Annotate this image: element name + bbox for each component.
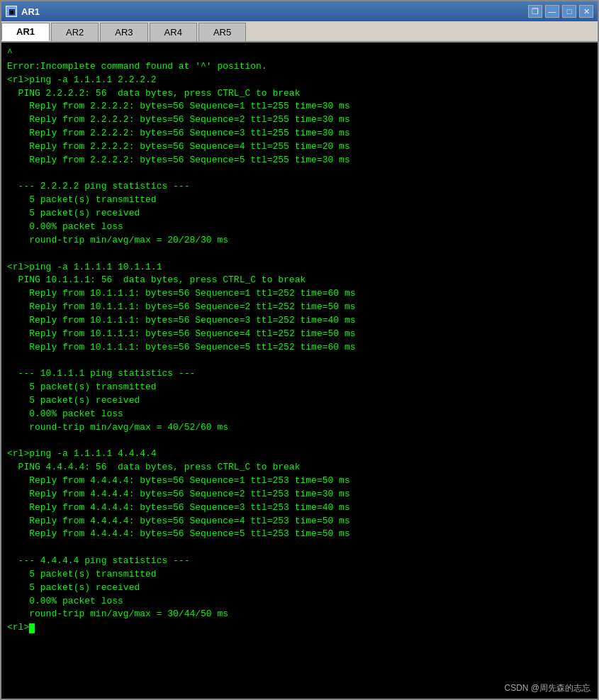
title-bar: ▣ AR1 ❐ — □ ✕ — [1, 1, 598, 21]
terminal-output[interactable]: ^ Error:Incomplete command found at '^' … — [1, 43, 598, 699]
title-bar-left: ▣ AR1 — [6, 6, 40, 17]
tab-bar: AR1 AR2 AR3 AR4 AR5 — [1, 21, 598, 43]
tab-ar5[interactable]: AR5 — [198, 23, 246, 41]
tab-ar1[interactable]: AR1 — [1, 23, 50, 41]
close-button[interactable]: ✕ — [579, 5, 593, 18]
main-window: ▣ AR1 ❐ — □ ✕ AR1 AR2 AR3 AR4 AR5 ^ Erro… — [0, 0, 599, 700]
tab-ar3[interactable]: AR3 — [100, 23, 147, 41]
tab-ar2[interactable]: AR2 — [51, 23, 99, 41]
tab-ar4[interactable]: AR4 — [150, 23, 197, 41]
prompt-line[interactable]: <rl> — [7, 621, 592, 635]
minimize-button[interactable]: — — [545, 5, 559, 18]
cursor — [29, 623, 35, 633]
command-prompt: <rl> — [7, 621, 29, 635]
app-icon: ▣ — [6, 6, 17, 17]
window-controls: ❐ — □ ✕ — [528, 5, 593, 18]
restore-button[interactable]: ❐ — [528, 5, 542, 18]
window-title: AR1 — [21, 6, 40, 17]
maximize-button[interactable]: □ — [562, 5, 576, 18]
terminal-text: ^ Error:Incomplete command found at '^' … — [7, 47, 592, 621]
watermark: CSDN @周先森的志忘 — [504, 682, 590, 694]
